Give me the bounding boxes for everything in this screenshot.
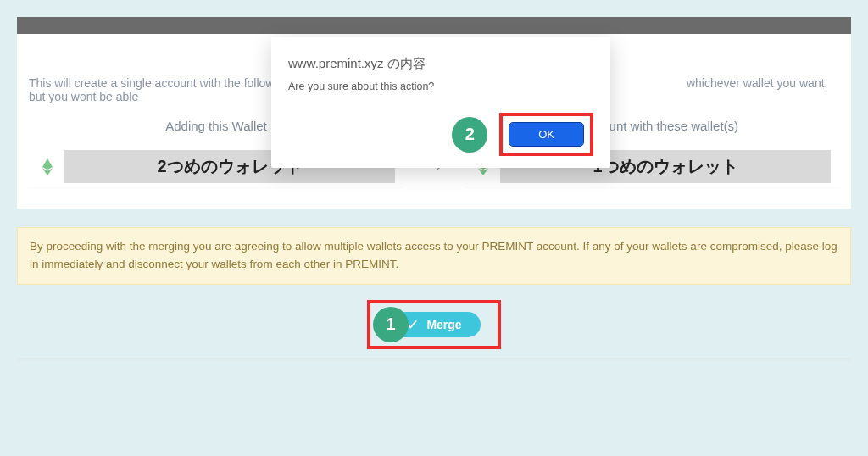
ethereum-icon: [37, 157, 58, 177]
ok-button[interactable]: OK: [509, 123, 583, 146]
dialog-message: Are you sure about this action?: [288, 81, 593, 92]
merge-row: 1 Merge: [17, 300, 851, 349]
bottom-area: By proceeding with the merging you are a…: [17, 209, 851, 358]
confirm-dialog: www.premint.xyz の内容 Are you sure about t…: [271, 37, 610, 168]
warning-banner: By proceeding with the merging you are a…: [17, 227, 851, 285]
dialog-actions: 2 OK: [288, 113, 593, 156]
ok-highlight-box: OK: [499, 113, 593, 156]
bottom-shadow: [17, 358, 851, 363]
intro-fragment-left: This will create a single account with t…: [29, 76, 290, 90]
merge-button-label: Merge: [426, 318, 461, 331]
dialog-title: www.premint.xyz の内容: [288, 56, 593, 72]
step-badge-1: 1: [373, 307, 409, 342]
wallet-source-header: Adding this Wallet: [165, 119, 267, 133]
header-gray-bar: [17, 17, 851, 34]
step-badge-2: 2: [452, 117, 487, 153]
